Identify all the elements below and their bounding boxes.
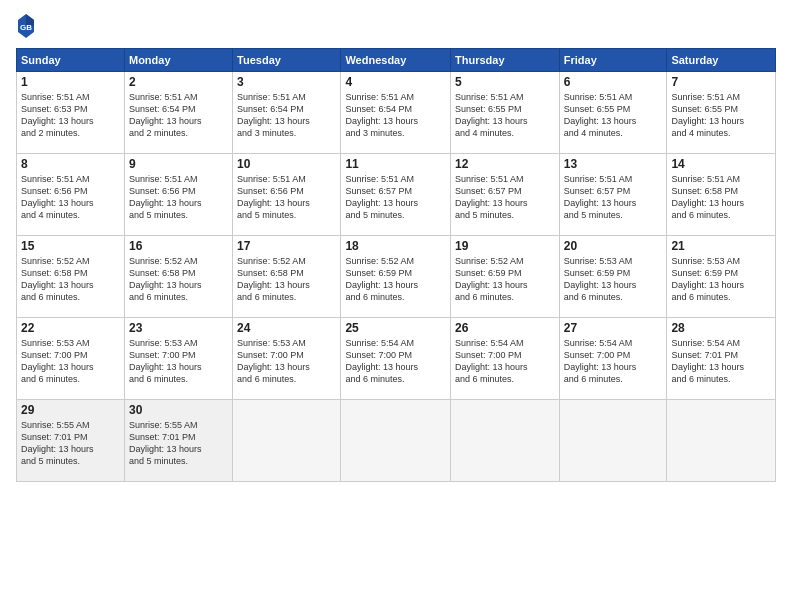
day-info: Sunrise: 5:54 AM Sunset: 7:01 PM Dayligh… bbox=[671, 337, 771, 386]
table-cell: 1Sunrise: 5:51 AM Sunset: 6:53 PM Daylig… bbox=[17, 72, 125, 154]
day-info: Sunrise: 5:51 AM Sunset: 6:54 PM Dayligh… bbox=[129, 91, 228, 140]
day-number: 14 bbox=[671, 157, 771, 171]
logo: GB bbox=[16, 12, 38, 40]
day-info: Sunrise: 5:52 AM Sunset: 6:59 PM Dayligh… bbox=[345, 255, 446, 304]
table-cell bbox=[667, 400, 776, 482]
day-info: Sunrise: 5:53 AM Sunset: 7:00 PM Dayligh… bbox=[21, 337, 120, 386]
day-number: 10 bbox=[237, 157, 336, 171]
page-container: GB Sunday Monday Tuesday Wednesday Thurs… bbox=[0, 0, 792, 612]
table-cell: 16Sunrise: 5:52 AM Sunset: 6:58 PM Dayli… bbox=[124, 236, 232, 318]
day-info: Sunrise: 5:51 AM Sunset: 6:57 PM Dayligh… bbox=[455, 173, 555, 222]
table-cell: 10Sunrise: 5:51 AM Sunset: 6:56 PM Dayli… bbox=[233, 154, 341, 236]
day-number: 23 bbox=[129, 321, 228, 335]
day-number: 12 bbox=[455, 157, 555, 171]
day-number: 7 bbox=[671, 75, 771, 89]
day-number: 27 bbox=[564, 321, 663, 335]
col-wednesday: Wednesday bbox=[341, 49, 451, 72]
table-cell: 19Sunrise: 5:52 AM Sunset: 6:59 PM Dayli… bbox=[451, 236, 560, 318]
day-info: Sunrise: 5:52 AM Sunset: 6:58 PM Dayligh… bbox=[21, 255, 120, 304]
table-cell: 6Sunrise: 5:51 AM Sunset: 6:55 PM Daylig… bbox=[559, 72, 667, 154]
day-info: Sunrise: 5:51 AM Sunset: 6:53 PM Dayligh… bbox=[21, 91, 120, 140]
table-cell: 5Sunrise: 5:51 AM Sunset: 6:55 PM Daylig… bbox=[451, 72, 560, 154]
svg-text:GB: GB bbox=[20, 23, 32, 32]
day-info: Sunrise: 5:51 AM Sunset: 6:55 PM Dayligh… bbox=[455, 91, 555, 140]
table-cell: 11Sunrise: 5:51 AM Sunset: 6:57 PM Dayli… bbox=[341, 154, 451, 236]
day-number: 1 bbox=[21, 75, 120, 89]
day-info: Sunrise: 5:53 AM Sunset: 6:59 PM Dayligh… bbox=[564, 255, 663, 304]
table-cell bbox=[559, 400, 667, 482]
day-info: Sunrise: 5:51 AM Sunset: 6:54 PM Dayligh… bbox=[345, 91, 446, 140]
col-friday: Friday bbox=[559, 49, 667, 72]
table-cell: 22Sunrise: 5:53 AM Sunset: 7:00 PM Dayli… bbox=[17, 318, 125, 400]
calendar-week-row: 8Sunrise: 5:51 AM Sunset: 6:56 PM Daylig… bbox=[17, 154, 776, 236]
table-cell: 28Sunrise: 5:54 AM Sunset: 7:01 PM Dayli… bbox=[667, 318, 776, 400]
table-cell: 2Sunrise: 5:51 AM Sunset: 6:54 PM Daylig… bbox=[124, 72, 232, 154]
table-cell: 4Sunrise: 5:51 AM Sunset: 6:54 PM Daylig… bbox=[341, 72, 451, 154]
table-cell: 27Sunrise: 5:54 AM Sunset: 7:00 PM Dayli… bbox=[559, 318, 667, 400]
table-cell: 12Sunrise: 5:51 AM Sunset: 6:57 PM Dayli… bbox=[451, 154, 560, 236]
day-info: Sunrise: 5:52 AM Sunset: 6:59 PM Dayligh… bbox=[455, 255, 555, 304]
day-number: 3 bbox=[237, 75, 336, 89]
day-info: Sunrise: 5:53 AM Sunset: 7:00 PM Dayligh… bbox=[237, 337, 336, 386]
day-info: Sunrise: 5:55 AM Sunset: 7:01 PM Dayligh… bbox=[129, 419, 228, 468]
calendar-week-row: 29Sunrise: 5:55 AM Sunset: 7:01 PM Dayli… bbox=[17, 400, 776, 482]
table-cell bbox=[341, 400, 451, 482]
day-info: Sunrise: 5:54 AM Sunset: 7:00 PM Dayligh… bbox=[345, 337, 446, 386]
col-tuesday: Tuesday bbox=[233, 49, 341, 72]
day-number: 24 bbox=[237, 321, 336, 335]
table-cell: 21Sunrise: 5:53 AM Sunset: 6:59 PM Dayli… bbox=[667, 236, 776, 318]
day-info: Sunrise: 5:51 AM Sunset: 6:56 PM Dayligh… bbox=[21, 173, 120, 222]
table-cell: 24Sunrise: 5:53 AM Sunset: 7:00 PM Dayli… bbox=[233, 318, 341, 400]
col-saturday: Saturday bbox=[667, 49, 776, 72]
day-number: 17 bbox=[237, 239, 336, 253]
table-cell: 25Sunrise: 5:54 AM Sunset: 7:00 PM Dayli… bbox=[341, 318, 451, 400]
calendar-table: Sunday Monday Tuesday Wednesday Thursday… bbox=[16, 48, 776, 482]
calendar-week-row: 1Sunrise: 5:51 AM Sunset: 6:53 PM Daylig… bbox=[17, 72, 776, 154]
day-info: Sunrise: 5:53 AM Sunset: 6:59 PM Dayligh… bbox=[671, 255, 771, 304]
day-number: 15 bbox=[21, 239, 120, 253]
day-info: Sunrise: 5:51 AM Sunset: 6:56 PM Dayligh… bbox=[129, 173, 228, 222]
calendar-week-row: 15Sunrise: 5:52 AM Sunset: 6:58 PM Dayli… bbox=[17, 236, 776, 318]
day-number: 2 bbox=[129, 75, 228, 89]
day-info: Sunrise: 5:51 AM Sunset: 6:55 PM Dayligh… bbox=[671, 91, 771, 140]
day-number: 13 bbox=[564, 157, 663, 171]
table-cell: 14Sunrise: 5:51 AM Sunset: 6:58 PM Dayli… bbox=[667, 154, 776, 236]
day-info: Sunrise: 5:54 AM Sunset: 7:00 PM Dayligh… bbox=[564, 337, 663, 386]
calendar-week-row: 22Sunrise: 5:53 AM Sunset: 7:00 PM Dayli… bbox=[17, 318, 776, 400]
day-number: 20 bbox=[564, 239, 663, 253]
day-info: Sunrise: 5:52 AM Sunset: 6:58 PM Dayligh… bbox=[129, 255, 228, 304]
col-sunday: Sunday bbox=[17, 49, 125, 72]
day-info: Sunrise: 5:51 AM Sunset: 6:58 PM Dayligh… bbox=[671, 173, 771, 222]
day-info: Sunrise: 5:53 AM Sunset: 7:00 PM Dayligh… bbox=[129, 337, 228, 386]
table-cell: 26Sunrise: 5:54 AM Sunset: 7:00 PM Dayli… bbox=[451, 318, 560, 400]
table-cell: 29Sunrise: 5:55 AM Sunset: 7:01 PM Dayli… bbox=[17, 400, 125, 482]
day-number: 25 bbox=[345, 321, 446, 335]
day-number: 16 bbox=[129, 239, 228, 253]
day-number: 26 bbox=[455, 321, 555, 335]
day-number: 21 bbox=[671, 239, 771, 253]
calendar-header-row: Sunday Monday Tuesday Wednesday Thursday… bbox=[17, 49, 776, 72]
table-cell: 23Sunrise: 5:53 AM Sunset: 7:00 PM Dayli… bbox=[124, 318, 232, 400]
day-info: Sunrise: 5:51 AM Sunset: 6:54 PM Dayligh… bbox=[237, 91, 336, 140]
day-number: 30 bbox=[129, 403, 228, 417]
table-cell: 20Sunrise: 5:53 AM Sunset: 6:59 PM Dayli… bbox=[559, 236, 667, 318]
table-cell: 15Sunrise: 5:52 AM Sunset: 6:58 PM Dayli… bbox=[17, 236, 125, 318]
day-number: 11 bbox=[345, 157, 446, 171]
day-number: 29 bbox=[21, 403, 120, 417]
day-number: 18 bbox=[345, 239, 446, 253]
table-cell: 3Sunrise: 5:51 AM Sunset: 6:54 PM Daylig… bbox=[233, 72, 341, 154]
day-info: Sunrise: 5:51 AM Sunset: 6:56 PM Dayligh… bbox=[237, 173, 336, 222]
day-info: Sunrise: 5:52 AM Sunset: 6:58 PM Dayligh… bbox=[237, 255, 336, 304]
header: GB bbox=[16, 12, 776, 40]
table-cell bbox=[233, 400, 341, 482]
table-cell: 18Sunrise: 5:52 AM Sunset: 6:59 PM Dayli… bbox=[341, 236, 451, 318]
table-cell bbox=[451, 400, 560, 482]
day-number: 22 bbox=[21, 321, 120, 335]
day-info: Sunrise: 5:51 AM Sunset: 6:57 PM Dayligh… bbox=[564, 173, 663, 222]
table-cell: 17Sunrise: 5:52 AM Sunset: 6:58 PM Dayli… bbox=[233, 236, 341, 318]
table-cell: 13Sunrise: 5:51 AM Sunset: 6:57 PM Dayli… bbox=[559, 154, 667, 236]
day-number: 9 bbox=[129, 157, 228, 171]
day-number: 4 bbox=[345, 75, 446, 89]
day-number: 5 bbox=[455, 75, 555, 89]
table-cell: 7Sunrise: 5:51 AM Sunset: 6:55 PM Daylig… bbox=[667, 72, 776, 154]
